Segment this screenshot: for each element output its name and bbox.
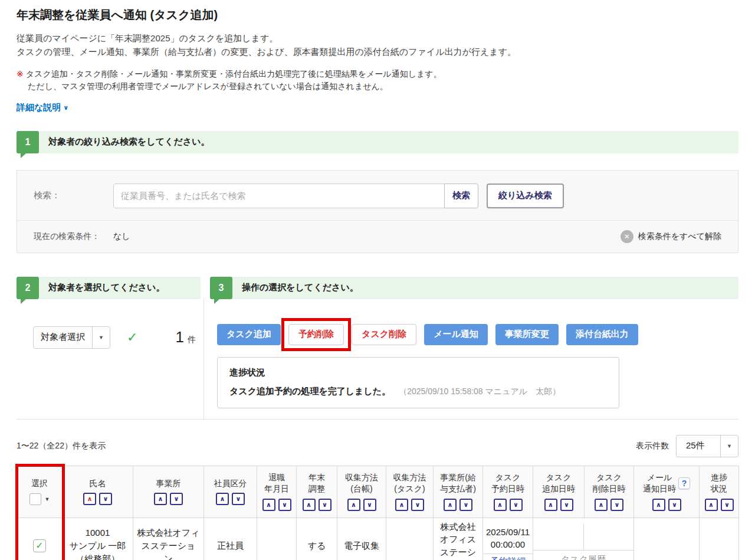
col-header-select: 選択 ▼ <box>17 466 63 518</box>
asterisk-marker: ※ <box>17 69 24 78</box>
search-button[interactable]: 検索 <box>444 184 478 208</box>
sort-desc-icon[interactable]: ∨ <box>319 499 331 511</box>
sort-asc-icon[interactable]: ∧ <box>444 499 457 511</box>
cell-collect-daicho: 電子収集 <box>337 518 386 560</box>
per-page-dropdown[interactable]: 25件 ▼ <box>676 435 738 457</box>
step1-banner: 1 対象者の絞り込み検索をしてください。 <box>17 131 738 153</box>
caret-down-icon[interactable]: ▼ <box>45 496 50 502</box>
col-header-office-payer: 事業所(給与支払者) ∧ ∨ <box>434 466 483 518</box>
sort-asc-icon[interactable]: ∧ <box>347 499 360 511</box>
check-icon: ✓ <box>127 330 137 345</box>
annotation-box-reserve-delete: 予約削除 <box>281 318 351 351</box>
sort-asc-icon[interactable]: ∧ <box>303 499 316 511</box>
office-change-button[interactable]: 事業所変更 <box>495 324 559 345</box>
step1-badge: 1 <box>17 131 39 153</box>
cell-task-reserve: 2025/09/11 00:00:00 予約詳細 <box>483 518 533 560</box>
employee-dept: （総務部） <box>66 552 129 560</box>
reserve-datetime: 2025/09/11 00:00:00 <box>483 523 533 554</box>
target-select-dropdown[interactable]: 対象者選択 ▼ <box>33 326 110 349</box>
sort-asc-icon[interactable]: ∧ <box>652 499 665 511</box>
select-all-checkbox[interactable] <box>29 493 41 505</box>
col-header-task-delete: タスク削除日時 ∧ ∨ <box>585 466 634 518</box>
filter-search-button[interactable]: 絞り込み検索 <box>487 184 564 208</box>
sort-asc-icon[interactable]: ∧ <box>83 493 96 505</box>
sort-asc-icon[interactable]: ∧ <box>262 499 275 511</box>
notice-line-2: ただし、マスタ管理の利用者管理でメールアドレスが登録されていない場合は通知されま… <box>17 80 738 93</box>
caret-down-icon[interactable]: ▼ <box>720 435 738 457</box>
cell-progress <box>700 518 739 560</box>
sort-desc-icon[interactable]: ∨ <box>668 499 681 511</box>
col-header-collect-task: 収集方法(タスク) ∧ ∨ <box>386 466 434 518</box>
target-select-label: 対象者選択 <box>34 327 92 348</box>
sort-asc-icon[interactable]: ∧ <box>544 499 557 511</box>
sort-desc-icon[interactable]: ∨ <box>363 499 376 511</box>
col-header-emp-type: 社員区分 ∧ ∨ <box>204 466 257 518</box>
description-line-1: 従業員のマイページに「年末調整2025」のタスクを追加します。 <box>17 31 738 45</box>
sort-desc-icon[interactable]: ∨ <box>411 499 424 511</box>
reserve-detail-link[interactable]: 予約詳細 <box>490 555 526 560</box>
progress-title: 進捗状況 <box>229 367 607 378</box>
current-conditions-value: なし <box>113 231 130 242</box>
col-header-nencho: 年末調整 ∧ ∨ <box>297 466 337 518</box>
employee-name: サンプル 一郎 <box>66 539 129 552</box>
sort-desc-icon[interactable]: ∨ <box>510 499 523 511</box>
col-header-task-add: タスク追加日時 ∧ ∨ <box>533 466 585 518</box>
col-header-retirement-date: 退職年月日 ∧ ∨ <box>257 466 297 518</box>
attachment-output-button[interactable]: 添付台紙出力 <box>566 324 638 345</box>
sort-asc-icon[interactable]: ∧ <box>705 499 718 511</box>
step2-banner: 2 対象者を選択してください。 <box>17 277 201 299</box>
sort-asc-icon[interactable]: ∧ <box>216 493 229 505</box>
sort-asc-icon[interactable]: ∧ <box>595 499 608 511</box>
task-history-link[interactable]: タスク履歴 <box>561 553 606 560</box>
sort-desc-icon[interactable]: ∨ <box>99 493 112 505</box>
reserve-delete-button[interactable]: 予約削除 <box>288 324 344 345</box>
sort-desc-icon[interactable]: ∨ <box>721 499 734 511</box>
cell-select: ✓ <box>17 518 63 560</box>
description-line-2: タスクの管理、メール通知、事業所（給与支払者）の変更、および、原本書類提出用の添… <box>17 45 738 58</box>
sort-asc-icon[interactable]: ∧ <box>395 499 408 511</box>
table-row: ✓ 10001 サンプル 一郎 （総務部） 株式会社オフィスステーション 正社員… <box>17 518 739 560</box>
sort-desc-icon[interactable]: ∨ <box>278 499 291 511</box>
step2-badge: 2 <box>17 277 39 299</box>
step3-banner: 3 操作の選択をしてください。 <box>210 277 738 299</box>
employee-number: 10001 <box>66 526 129 539</box>
sort-asc-icon[interactable]: ∧ <box>494 499 507 511</box>
per-page-value: 25件 <box>677 435 720 457</box>
cell-emp-type: 正社員 <box>204 518 257 560</box>
cell-collect-task <box>386 518 434 560</box>
col-header-task-reserve: タスク予約日時 ∧ ∨ <box>483 466 533 518</box>
help-icon[interactable]: ? <box>678 477 690 489</box>
sort-desc-icon[interactable]: ∨ <box>610 499 623 511</box>
progress-message: タスク追加予約の処理を完了しました。 <box>229 386 390 397</box>
sort-desc-icon[interactable]: ∨ <box>459 499 472 511</box>
task-delete-button[interactable]: タスク削除 <box>352 324 416 345</box>
cell-retirement-date <box>257 518 297 560</box>
col-header-name: 氏名 ∧ ∨ <box>63 466 133 518</box>
mail-notify-button[interactable]: メール通知 <box>424 324 488 345</box>
sort-desc-icon[interactable]: ∨ <box>170 493 183 505</box>
details-toggle-link[interactable]: 詳細な説明 ∨ <box>17 102 68 113</box>
per-page-label: 表示件数 <box>636 441 669 451</box>
step1-text: 対象者の絞り込み検索をしてください。 <box>48 136 210 148</box>
current-conditions-label: 現在の検索条件： <box>34 231 113 242</box>
search-input[interactable] <box>113 184 445 208</box>
close-icon[interactable]: ✕ <box>621 230 633 243</box>
task-delete-datetime <box>583 523 634 550</box>
clear-search-conditions[interactable]: ✕ 検索条件をすべて解除 <box>621 230 721 243</box>
step3-badge: 3 <box>210 277 232 299</box>
step2-text: 対象者を選択してください。 <box>48 282 165 293</box>
page-title: 年末調整を従業員へ通知 (タスク追加) <box>17 7 738 23</box>
task-add-datetime <box>533 523 583 550</box>
sort-asc-icon[interactable]: ∧ <box>154 493 167 505</box>
notice-line-1: ※タスク追加・タスク削除・メール通知・事業所変更・添付台紙出力処理完了後に処理結… <box>17 68 738 80</box>
caret-down-icon[interactable]: ▼ <box>92 327 110 348</box>
cell-mail-notify <box>634 518 700 560</box>
progress-detail: （2025/09/10 15:58:08 マニュアル 太郎） <box>399 387 560 397</box>
selected-count: 1 <box>176 328 184 346</box>
sort-desc-icon[interactable]: ∨ <box>560 499 573 511</box>
employee-table: 選択 ▼ 氏名 ∧ ∨ 事業所 ∧ <box>17 466 739 560</box>
row-checkbox-checked[interactable]: ✓ <box>33 539 46 552</box>
sort-desc-icon[interactable]: ∨ <box>232 493 245 505</box>
task-add-button[interactable]: タスク追加 <box>217 324 281 345</box>
cell-office: 株式会社オフィスステーション <box>133 518 204 560</box>
